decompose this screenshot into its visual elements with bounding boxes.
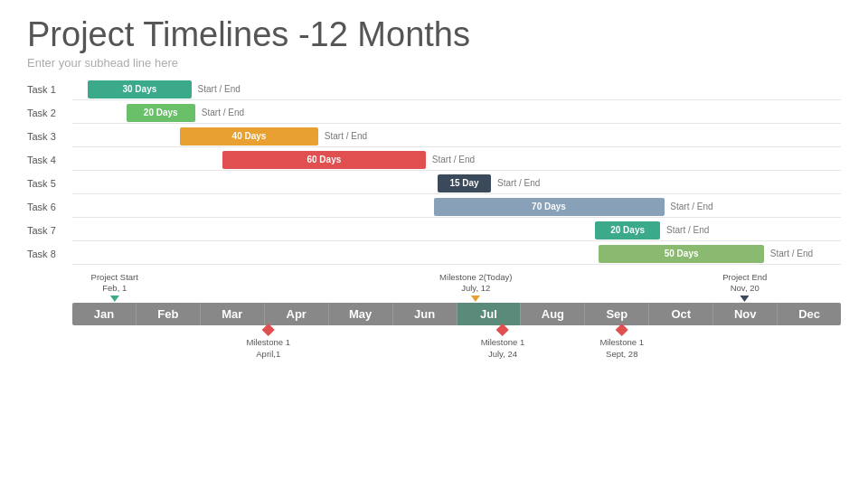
milestone-diamond [616,324,628,336]
milestone-label-bottom: Milestone 1Sept, 28 [599,325,644,361]
month-cell: Sep [585,303,649,325]
month-cell: Jun [393,303,458,325]
task-bar-label: Start / End [670,198,712,216]
task-bar-label: Start / End [770,245,813,263]
page-title: Project Timelines -12 Months [27,16,841,54]
task-bar-label: Start / End [432,151,475,169]
milestone-label-bottom: Milestone 1July, 24 [481,325,525,361]
month-cell: Nov [713,303,778,325]
page: Project Timelines -12 Months Enter your … [0,0,868,488]
milestone-labels-top: Project StartFeb, 1Milestone 2(Today)Jul… [72,272,841,303]
milestone-arrow-down [471,296,480,302]
page-subtitle: Enter your subhead line here [27,56,841,70]
gantt-row: 60 DaysStart / End [72,149,841,171]
task-label: Task 5 [27,173,72,194]
month-cell: Feb [137,303,201,325]
task-label: Task 6 [27,196,72,218]
milestone-label-top: Project StartFeb, 1 [91,272,138,303]
months-bar: JanFebMarAprMayJunJulAugSepOctNovDec [72,303,841,325]
gantt-row: 40 DaysStart / End [72,126,841,147]
month-cell: Jul [458,303,522,325]
gantt-row: 20 DaysStart / End [72,220,841,241]
task-bar: 60 Days [222,151,426,169]
milestone-label-bottom: Milestone 1April,1 [246,325,290,361]
month-cell: Mar [201,303,265,325]
month-cell: Jan [72,303,137,325]
timeline-section: Project StartFeb, 1Milestone 2(Today)Jul… [27,272,841,361]
gantt-row: 15 DayStart / End [72,173,841,194]
task-bar-label: Start / End [325,127,367,145]
milestone-diamond [262,324,275,336]
task-bar-label: Start / End [202,104,244,122]
task-bar: 20 Days [595,221,660,239]
milestone-arrow-down [741,296,750,302]
task-labels: Task 1Task 2Task 3Task 4Task 5Task 6Task… [27,79,72,267]
gantt-row: 30 DaysStart / End [72,79,841,100]
task-label: Task 3 [27,126,72,147]
milestone-labels-bottom: Milestone 1April,1Milestone 1July, 24Mil… [72,325,841,361]
month-cell: Dec [778,303,841,325]
task-bar-label: Start / End [666,221,709,239]
task-bar-label: Start / End [497,174,540,192]
task-bar: 20 Days [127,104,196,122]
milestone-arrow-down [110,296,119,302]
task-label: Task 4 [27,149,72,171]
milestone-label-top: Milestone 2(Today)July, 12 [439,272,512,303]
task-bar: 50 Days [599,245,764,263]
gantt-row: 70 DaysStart / End [72,196,841,218]
gantt-row: 50 DaysStart / End [72,243,841,265]
gantt-row: 20 DaysStart / End [72,102,841,124]
task-label: Task 1 [27,79,72,100]
task-bar: 70 Days [434,198,665,216]
task-label: Task 8 [27,243,72,265]
gantt-body: 30 DaysStart / End20 DaysStart / End40 D… [72,79,841,267]
task-bar-label: Start / End [198,80,241,99]
milestone-diamond [496,324,509,336]
month-cell: May [329,303,393,325]
task-label: Task 7 [27,220,72,241]
milestone-label-top: Project EndNov, 20 [722,272,767,303]
month-cell: Aug [521,303,585,325]
task-bar: 15 Day [438,174,492,192]
task-label: Task 2 [27,102,72,124]
month-cell: Oct [649,303,713,325]
task-bar: 40 Days [180,127,318,145]
gantt-chart: Task 1Task 2Task 3Task 4Task 5Task 6Task… [27,79,841,267]
month-cell: Apr [265,303,329,325]
task-bar: 30 Days [88,80,192,99]
